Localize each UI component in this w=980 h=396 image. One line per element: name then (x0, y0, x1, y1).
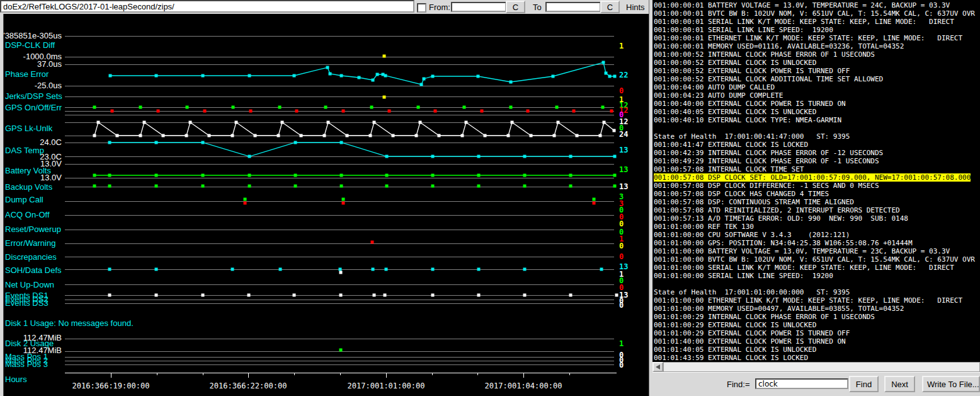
phase-error-marker (420, 83, 423, 86)
scroll-left-button[interactable] (652, 362, 663, 372)
phase-error-marker (202, 74, 205, 78)
path-input[interactable] (0, 0, 414, 13)
soh-messages-marker (477, 268, 481, 271)
gps-lock-unlock-marker (603, 121, 606, 124)
log-line: 001:00:04:00 AUTO DUMP CALLED (654, 83, 775, 91)
log-line-highlighted: 001:00:57:08 DSP CLOCK SET: OLD=17:001:0… (654, 173, 971, 182)
dump-call-called-marker (593, 198, 596, 201)
gps-on-marker (93, 106, 96, 109)
events-ds1-marker (523, 294, 527, 297)
hints-button[interactable]: Hints (626, 3, 645, 12)
gps-off-marker (157, 110, 160, 113)
log-line: State of Health 17:001:01:00:00:000 ST: … (654, 288, 850, 296)
left-arrow-icon (656, 364, 660, 370)
plot-area[interactable]: 2016:366:19:00:002016:366:22:00:002017:0… (0, 14, 649, 396)
backup-volts-marker (294, 185, 297, 188)
gps-on-marker (463, 106, 466, 109)
dump-call-called-marker (244, 198, 247, 201)
log-pane: 001:00:00:01 BATTERY VOLTAGE = 13.0V, TE… (652, 0, 980, 396)
log-line: 001:00:00:01 BVTC BW B: 102UV NOM, V: 65… (654, 9, 975, 18)
gps-lock-unlock-marker (507, 134, 510, 137)
scrollbar-trough[interactable] (663, 362, 980, 372)
row-tick-label: 13.0V (40, 173, 62, 182)
gps-lock-unlock-marker (327, 121, 330, 124)
soh-messages-marker (155, 268, 158, 271)
events-ds1-marker (293, 294, 296, 297)
gps-on-marker (232, 106, 235, 109)
log-line: 001:00:00:52 EXTERNAL CLOCK IS UNLOCKED (654, 59, 816, 67)
jerks-dsp-set-event-marker (383, 96, 386, 99)
row-tick-label: 37.0us (37, 59, 62, 69)
gps-off-marker (249, 110, 253, 113)
find-button[interactable]: Find (849, 376, 879, 392)
phase-error-marker (155, 74, 158, 78)
log-line: 001:00:57:08 ATD REINITIALIZED, 2 INTERR… (654, 206, 900, 214)
row-label: Hours (5, 375, 27, 384)
x-axis-tick-label: 2017:001:01:00:00 (348, 381, 425, 390)
to-clear-button[interactable]: C (600, 1, 620, 13)
gps-on-marker (556, 106, 559, 109)
das-temp-marker (569, 155, 573, 158)
log-line: 001:01:00:00 BVTC BW B: 102UV NOM, V: 65… (654, 255, 975, 264)
from-checkbox[interactable] (417, 3, 426, 13)
from-clear-button[interactable]: C (506, 1, 525, 13)
gps-on-marker (186, 106, 189, 109)
phase-error-marker (326, 66, 329, 69)
gps-lock-unlock-marker (346, 134, 349, 137)
to-input[interactable] (545, 2, 601, 12)
event-count-label: 0 (619, 301, 624, 310)
phase-error-marker (423, 78, 426, 81)
battery-volts-marker (340, 174, 343, 177)
log-hscrollbar[interactable] (652, 362, 980, 372)
soh-messages-marker (339, 268, 342, 271)
from-label: From: (429, 3, 450, 12)
das-temp-marker (155, 141, 158, 144)
events-ds1-marker (373, 294, 376, 297)
next-button[interactable]: Next (884, 376, 915, 392)
gps-lock-unlock-marker (208, 134, 211, 137)
soh-messages-marker (279, 268, 282, 271)
log-panel[interactable]: 001:00:00:01 BATTERY VOLTAGE = 13.0V, TE… (652, 0, 980, 362)
gps-on-marker (417, 106, 420, 109)
event-count-label: 13 (619, 165, 628, 174)
write-to-file-button[interactable]: Write To File... (922, 376, 980, 392)
das-temp-marker (202, 141, 205, 144)
gps-on-marker (139, 106, 142, 109)
find-input[interactable] (755, 378, 848, 389)
battery-volts-marker (155, 174, 158, 177)
battery-volts-marker (108, 174, 111, 177)
row-label: DAS Temp (5, 146, 44, 155)
x-axis-tick-label: 2016:366:19:00:00 (72, 381, 150, 390)
from-input[interactable] (451, 2, 506, 12)
soh-messages-marker (372, 268, 375, 271)
backup-volts-marker (340, 185, 343, 188)
backup-volts-marker (385, 185, 389, 188)
gps-lock-unlock-marker (162, 134, 165, 137)
dsp-clk-set-event-marker (383, 55, 386, 58)
log-line: 001:00:41:47 EXTERNAL CLOCK IS LOCKED (654, 141, 808, 149)
row-tick-label: 24.0C (40, 137, 62, 147)
event-count-label: 0 (619, 252, 624, 261)
gps-on-marker (324, 106, 328, 109)
row-tick-label: 13.0V (40, 159, 62, 168)
soh-timeline-chart[interactable]: 2016:366:19:00:002016:366:22:00:002017:0… (0, 14, 649, 396)
gps-lock-unlock-marker (576, 134, 579, 137)
events-ds1-marker (431, 294, 435, 297)
x-axis-tick-label: 2017:001:04:00:00 (485, 381, 562, 390)
log-line: 001:01:00:00 GPS: POSITION: N34:04:25.38… (654, 239, 913, 247)
row-tick-label: 7385851e-305us (0, 31, 62, 40)
event-count-label: 13 (619, 182, 628, 191)
gps-on-marker (510, 106, 513, 109)
log-line: State of Health 17:001:00:41:47:000 ST: … (654, 132, 850, 141)
gps-on-marker (370, 106, 373, 109)
gps-lock-unlock-marker (185, 134, 188, 137)
phase-error-marker (109, 74, 112, 78)
phase-error-marker (248, 74, 251, 78)
battery-volts-marker (569, 174, 573, 177)
dump-call-called-marker (342, 198, 345, 201)
battery-volts-marker (523, 174, 527, 177)
backup-volts-marker (431, 185, 435, 188)
gps-lock-unlock-line (94, 122, 614, 136)
row-label: GPS Lk-Unlk (5, 124, 53, 133)
das-temp-marker (477, 155, 481, 158)
